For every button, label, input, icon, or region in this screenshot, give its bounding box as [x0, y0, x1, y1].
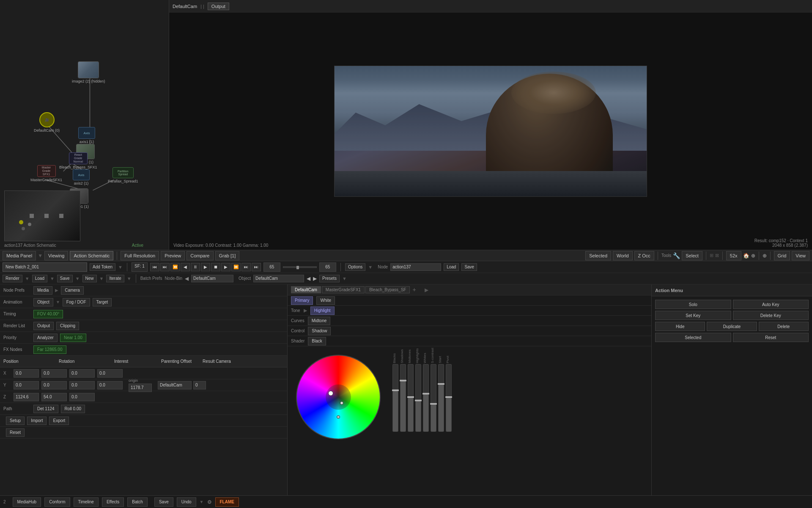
- highlight-btn[interactable]: Highlight: [310, 306, 335, 315]
- media-btn[interactable]: Media: [33, 286, 52, 295]
- roll-btn[interactable]: Roll 0.00: [61, 405, 85, 413]
- save-btn2[interactable]: Save: [57, 275, 73, 282]
- cam-tab-2[interactable]: MasterGradeSFX1: [322, 286, 365, 293]
- node-axis1[interactable]: Axis axis1 (1): [78, 127, 95, 144]
- transport-next-key[interactable]: ⏭: [241, 263, 251, 271]
- delete-btn[interactable]: Delete: [759, 322, 809, 331]
- load-btn2[interactable]: Load: [32, 275, 47, 282]
- export-btn[interactable]: Export: [49, 417, 69, 425]
- cam-tab-3[interactable]: Bleach_Bypass_SF: [365, 286, 410, 293]
- s-contrast-slider[interactable]: [431, 364, 436, 432]
- settings-icon[interactable]: ⚙: [207, 499, 212, 505]
- pivot-slider[interactable]: [446, 364, 452, 432]
- wheel-indicator-1[interactable]: [328, 391, 333, 396]
- undo-bottom-btn[interactable]: Undo: [177, 497, 196, 507]
- midtones-slider[interactable]: [408, 364, 414, 432]
- analyzer-btn[interactable]: Analyzer: [33, 334, 58, 342]
- conform-btn[interactable]: Conform: [44, 497, 70, 507]
- black-btn[interactable]: Black: [308, 337, 326, 345]
- object-input[interactable]: [253, 275, 304, 282]
- white-btn[interactable]: White: [316, 296, 335, 305]
- node-bleach[interactable]: ReactGradeNormal Bleach_Bypass_SFX1: [59, 152, 97, 169]
- defaultcam-input[interactable]: [191, 275, 233, 282]
- iterate-btn[interactable]: Iterate: [106, 275, 124, 282]
- set-key-btn[interactable]: Set Key: [655, 311, 731, 320]
- grab-btn[interactable]: Grab [1]: [215, 251, 240, 260]
- node-parallax[interactable]: PartitionSpread Parallax_Spread1: [108, 167, 138, 183]
- zoom-btn[interactable]: 52x: [726, 251, 741, 260]
- panel-right-arrow[interactable]: ▶: [425, 287, 428, 293]
- full-resolution-btn[interactable]: Full Resolution: [121, 251, 159, 260]
- transport-next[interactable]: ⏩: [231, 263, 241, 271]
- setup-btn[interactable]: Setup: [6, 417, 25, 425]
- add-token-btn[interactable]: Add Token: [90, 263, 115, 271]
- shadows-slider[interactable]: [400, 364, 406, 432]
- int-z-input[interactable]: [69, 393, 95, 401]
- load-btn[interactable]: Load: [444, 263, 459, 271]
- node-axis2[interactable]: Axis axis2 (1): [73, 169, 90, 185]
- reset-btn2[interactable]: Reset: [733, 333, 809, 342]
- fog-dof-btn[interactable]: Fog / DOF: [63, 298, 90, 306]
- mediahub-btn[interactable]: MediaHub: [13, 497, 41, 507]
- transport-prev-frame[interactable]: ◀: [181, 263, 190, 271]
- output-button[interactable]: Output: [208, 3, 229, 10]
- far-btn[interactable]: Far 12865.00: [33, 345, 66, 354]
- timeline-btn[interactable]: Timeline: [74, 497, 99, 507]
- target-btn[interactable]: Target: [93, 298, 112, 306]
- rot-x-input[interactable]: [41, 369, 67, 378]
- effects-btn[interactable]: Effects: [102, 497, 124, 507]
- parent-y-input[interactable]: [97, 381, 123, 389]
- batch-btn[interactable]: Batch: [127, 497, 148, 507]
- options-btn[interactable]: Options: [345, 263, 365, 271]
- delete-key-btn[interactable]: Delete Key: [733, 311, 809, 320]
- fov-btn[interactable]: FOV 40.00°: [33, 310, 63, 318]
- hide-btn[interactable]: Hide: [655, 322, 705, 331]
- wheel-indicator-2[interactable]: [340, 401, 343, 405]
- output-ctrl-btn[interactable]: Output: [33, 322, 54, 330]
- batch-name-input[interactable]: [3, 262, 87, 272]
- node-editor[interactable]: image2 (2) (hidden) 🎥 DefaultCam (0) Axi…: [0, 0, 169, 250]
- import-btn[interactable]: Import: [27, 417, 47, 425]
- selected-btn[interactable]: Selected: [585, 251, 611, 260]
- node-mastergrade[interactable]: MasterGradeSFX1 MasterGradeSFX1: [30, 165, 62, 182]
- solo-btn[interactable]: Solo: [655, 300, 731, 309]
- det-btn[interactable]: Det 1124: [33, 405, 58, 413]
- presets-btn[interactable]: Presets: [319, 275, 340, 282]
- preview-btn[interactable]: Preview: [161, 251, 185, 260]
- viewport[interactable]: DefaultCam | | Output Video Exposure: 0: [169, 0, 812, 250]
- transport-stop[interactable]: ⏹: [211, 263, 220, 271]
- media-panel-btn[interactable]: Media Panel: [3, 251, 36, 260]
- grid-btn[interactable]: Grid: [774, 251, 790, 260]
- near-btn[interactable]: Near 1.00: [60, 334, 86, 342]
- auto-key-btn[interactable]: Auto Key: [733, 300, 809, 309]
- world-btn[interactable]: World: [613, 251, 633, 260]
- duplicate-btn[interactable]: Duplicate: [707, 322, 757, 331]
- result-cam-input[interactable]: [158, 381, 192, 389]
- transport-prev[interactable]: ⏪: [170, 263, 180, 271]
- frame-start-input[interactable]: [263, 262, 280, 272]
- new-btn[interactable]: New: [82, 275, 97, 282]
- render-btn[interactable]: Render: [3, 275, 22, 282]
- viewing-btn[interactable]: Viewing: [44, 251, 68, 260]
- node-camera[interactable]: 🎥 DefaultCam (0): [34, 112, 60, 133]
- transport-end[interactable]: ⏭: [252, 263, 261, 271]
- node-image2[interactable]: image2 (2) (hidden): [72, 61, 105, 83]
- color-wheel[interactable]: [292, 351, 385, 444]
- wheel-indicator-3[interactable]: [337, 415, 340, 419]
- z-occ-btn[interactable]: Z Occ: [634, 251, 654, 260]
- view-btn[interactable]: View: [792, 251, 809, 260]
- transport-controls[interactable]: ⏮ ⏭ ⏪ ◀ ⏸ ▶ ⏹ ▶ ⏩ ⏭ ⏭: [150, 263, 261, 271]
- transport-prev-key[interactable]: ⏭: [160, 263, 170, 271]
- highlights-slider[interactable]: [415, 364, 421, 432]
- action-schematic-btn[interactable]: Action Schematic: [70, 251, 113, 260]
- object-mode-btn[interactable]: Object: [33, 298, 53, 306]
- pos-y-input[interactable]: [14, 381, 39, 389]
- save-btn[interactable]: Save: [461, 263, 477, 271]
- save-bottom-btn[interactable]: Save: [154, 497, 173, 507]
- selected-btn2[interactable]: Selected: [655, 333, 731, 342]
- parent-x-input[interactable]: [97, 369, 123, 378]
- transport-next-frame[interactable]: ▶: [221, 263, 230, 271]
- transport-begin[interactable]: ⏮: [150, 263, 159, 271]
- blacks-slider[interactable]: [392, 364, 398, 432]
- clipping-btn[interactable]: Clipping: [56, 322, 79, 330]
